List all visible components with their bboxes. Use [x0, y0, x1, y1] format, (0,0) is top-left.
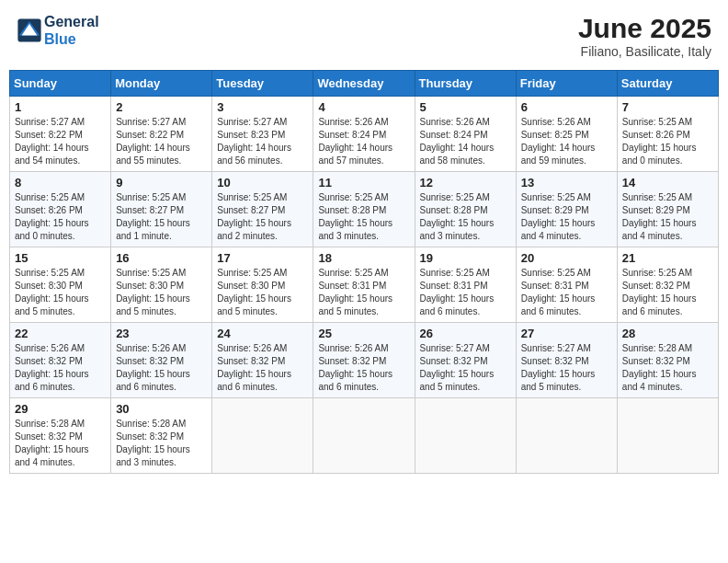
calendar-day-cell: 3Sunrise: 5:27 AM Sunset: 8:23 PM Daylig…	[212, 97, 313, 172]
calendar-day-cell: 30Sunrise: 5:28 AM Sunset: 8:32 PM Dayli…	[111, 398, 212, 474]
day-info: Sunrise: 5:26 AM Sunset: 8:32 PM Dayligh…	[217, 342, 308, 394]
calendar-weekday-header: Thursday	[415, 71, 516, 97]
calendar-day-cell: 5Sunrise: 5:26 AM Sunset: 8:24 PM Daylig…	[415, 97, 516, 172]
day-number: 6	[521, 100, 612, 114]
day-number: 8	[15, 176, 106, 190]
day-number: 2	[116, 100, 207, 114]
day-number: 28	[622, 327, 713, 340]
day-info: Sunrise: 5:27 AM Sunset: 8:23 PM Dayligh…	[217, 116, 308, 167]
day-number: 4	[318, 100, 409, 114]
calendar-day-cell: 10Sunrise: 5:25 AM Sunset: 8:27 PM Dayli…	[212, 172, 313, 247]
calendar-day-cell: 6Sunrise: 5:26 AM Sunset: 8:25 PM Daylig…	[516, 97, 617, 172]
calendar-weekday-header: Saturday	[617, 71, 718, 97]
calendar-day-cell	[212, 398, 313, 474]
day-number: 11	[318, 176, 409, 190]
day-info: Sunrise: 5:26 AM Sunset: 8:25 PM Dayligh…	[521, 116, 612, 167]
calendar-day-cell	[313, 398, 415, 474]
title-block: June 2025 Filiano, Basilicate, Italy	[578, 13, 711, 59]
day-info: Sunrise: 5:25 AM Sunset: 8:29 PM Dayligh…	[521, 191, 612, 243]
calendar-day-cell: 18Sunrise: 5:25 AM Sunset: 8:31 PM Dayli…	[313, 247, 415, 323]
day-number: 13	[521, 176, 612, 190]
calendar-day-cell: 16Sunrise: 5:25 AM Sunset: 8:30 PM Dayli…	[111, 247, 212, 323]
calendar-weekday-header: Sunday	[10, 71, 111, 97]
day-number: 9	[116, 176, 207, 190]
calendar-day-cell: 28Sunrise: 5:28 AM Sunset: 8:32 PM Dayli…	[617, 323, 718, 398]
day-number: 24	[217, 327, 308, 340]
day-info: Sunrise: 5:25 AM Sunset: 8:27 PM Dayligh…	[116, 191, 207, 243]
day-number: 12	[420, 176, 511, 190]
calendar-header-row: SundayMondayTuesdayWednesdayThursdayFrid…	[10, 71, 719, 97]
day-number: 21	[622, 251, 713, 265]
logo: General Blue	[17, 13, 99, 48]
calendar-day-cell	[415, 398, 516, 474]
day-info: Sunrise: 5:25 AM Sunset: 8:26 PM Dayligh…	[622, 116, 713, 167]
day-number: 3	[217, 100, 308, 114]
day-info: Sunrise: 5:27 AM Sunset: 8:32 PM Dayligh…	[420, 342, 511, 394]
calendar-week-row: 8Sunrise: 5:25 AM Sunset: 8:26 PM Daylig…	[10, 172, 719, 247]
calendar-weekday-header: Monday	[111, 71, 212, 97]
calendar-weekday-header: Friday	[516, 71, 617, 97]
month-title: June 2025	[578, 13, 711, 44]
calendar-day-cell: 14Sunrise: 5:25 AM Sunset: 8:29 PM Dayli…	[617, 172, 718, 247]
calendar-day-cell: 24Sunrise: 5:26 AM Sunset: 8:32 PM Dayli…	[212, 323, 313, 398]
calendar-day-cell: 17Sunrise: 5:25 AM Sunset: 8:30 PM Dayli…	[212, 247, 313, 323]
day-number: 19	[420, 251, 511, 265]
calendar-day-cell: 11Sunrise: 5:25 AM Sunset: 8:28 PM Dayli…	[313, 172, 415, 247]
day-info: Sunrise: 5:28 AM Sunset: 8:32 PM Dayligh…	[622, 342, 713, 394]
calendar-table: SundayMondayTuesdayWednesdayThursdayFrid…	[9, 70, 719, 474]
day-number: 10	[217, 176, 308, 190]
calendar-day-cell: 19Sunrise: 5:25 AM Sunset: 8:31 PM Dayli…	[415, 247, 516, 323]
day-info: Sunrise: 5:28 AM Sunset: 8:32 PM Dayligh…	[116, 418, 207, 469]
day-info: Sunrise: 5:25 AM Sunset: 8:27 PM Dayligh…	[217, 191, 308, 243]
calendar-day-cell: 7Sunrise: 5:25 AM Sunset: 8:26 PM Daylig…	[617, 97, 718, 172]
calendar-week-row: 15Sunrise: 5:25 AM Sunset: 8:30 PM Dayli…	[10, 247, 719, 323]
day-info: Sunrise: 5:28 AM Sunset: 8:32 PM Dayligh…	[15, 418, 106, 469]
day-info: Sunrise: 5:25 AM Sunset: 8:31 PM Dayligh…	[521, 267, 612, 318]
day-info: Sunrise: 5:26 AM Sunset: 8:32 PM Dayligh…	[116, 342, 207, 394]
calendar-week-row: 29Sunrise: 5:28 AM Sunset: 8:32 PM Dayli…	[10, 398, 719, 474]
calendar-weekday-header: Tuesday	[212, 71, 313, 97]
calendar-day-cell: 15Sunrise: 5:25 AM Sunset: 8:30 PM Dayli…	[10, 247, 111, 323]
day-number: 20	[521, 251, 612, 265]
day-info: Sunrise: 5:26 AM Sunset: 8:24 PM Dayligh…	[420, 116, 511, 167]
day-info: Sunrise: 5:26 AM Sunset: 8:24 PM Dayligh…	[318, 116, 409, 167]
day-info: Sunrise: 5:25 AM Sunset: 8:31 PM Dayligh…	[420, 267, 511, 318]
day-number: 30	[116, 402, 207, 416]
day-number: 14	[622, 176, 713, 190]
day-number: 1	[15, 100, 106, 114]
day-info: Sunrise: 5:25 AM Sunset: 8:32 PM Dayligh…	[622, 267, 713, 318]
calendar-day-cell: 12Sunrise: 5:25 AM Sunset: 8:28 PM Dayli…	[415, 172, 516, 247]
calendar-day-cell: 27Sunrise: 5:27 AM Sunset: 8:32 PM Dayli…	[516, 323, 617, 398]
day-number: 25	[318, 327, 409, 340]
day-number: 17	[217, 251, 308, 265]
day-number: 5	[420, 100, 511, 114]
day-number: 23	[116, 327, 207, 340]
day-info: Sunrise: 5:25 AM Sunset: 8:29 PM Dayligh…	[622, 191, 713, 243]
calendar-day-cell: 25Sunrise: 5:26 AM Sunset: 8:32 PM Dayli…	[313, 323, 415, 398]
day-info: Sunrise: 5:25 AM Sunset: 8:28 PM Dayligh…	[318, 191, 409, 243]
logo-text: General Blue	[44, 13, 99, 48]
calendar-day-cell: 22Sunrise: 5:26 AM Sunset: 8:32 PM Dayli…	[10, 323, 111, 398]
calendar-day-cell	[516, 398, 617, 474]
calendar-day-cell: 13Sunrise: 5:25 AM Sunset: 8:29 PM Dayli…	[516, 172, 617, 247]
calendar-week-row: 1Sunrise: 5:27 AM Sunset: 8:22 PM Daylig…	[10, 97, 719, 172]
day-info: Sunrise: 5:25 AM Sunset: 8:31 PM Dayligh…	[318, 267, 409, 318]
location-title: Filiano, Basilicate, Italy	[578, 44, 711, 59]
calendar-day-cell: 29Sunrise: 5:28 AM Sunset: 8:32 PM Dayli…	[10, 398, 111, 474]
day-number: 26	[420, 327, 511, 340]
day-info: Sunrise: 5:25 AM Sunset: 8:28 PM Dayligh…	[420, 191, 511, 243]
calendar-day-cell: 1Sunrise: 5:27 AM Sunset: 8:22 PM Daylig…	[10, 97, 111, 172]
day-info: Sunrise: 5:25 AM Sunset: 8:30 PM Dayligh…	[116, 267, 207, 318]
day-info: Sunrise: 5:25 AM Sunset: 8:26 PM Dayligh…	[15, 191, 106, 243]
calendar-week-row: 22Sunrise: 5:26 AM Sunset: 8:32 PM Dayli…	[10, 323, 719, 398]
calendar-day-cell: 2Sunrise: 5:27 AM Sunset: 8:22 PM Daylig…	[111, 97, 212, 172]
page-header: General Blue June 2025 Filiano, Basilica…	[9, 9, 719, 63]
day-number: 22	[15, 327, 106, 340]
day-info: Sunrise: 5:26 AM Sunset: 8:32 PM Dayligh…	[318, 342, 409, 394]
calendar-weekday-header: Wednesday	[313, 71, 415, 97]
day-info: Sunrise: 5:27 AM Sunset: 8:22 PM Dayligh…	[116, 116, 207, 167]
calendar-day-cell: 8Sunrise: 5:25 AM Sunset: 8:26 PM Daylig…	[10, 172, 111, 247]
day-number: 27	[521, 327, 612, 340]
day-number: 18	[318, 251, 409, 265]
calendar-day-cell: 23Sunrise: 5:26 AM Sunset: 8:32 PM Dayli…	[111, 323, 212, 398]
